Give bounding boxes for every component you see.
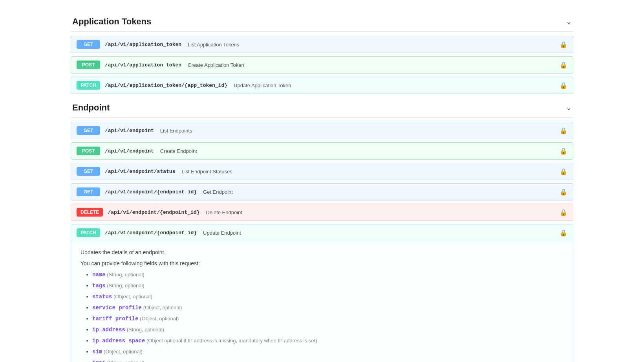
list-item: name (String, optional) <box>92 270 564 279</box>
field-name: tariff profile <box>92 316 139 322</box>
method-badge-patch: PATCH <box>77 81 100 90</box>
field-name: status <box>92 294 112 300</box>
endpoint-row-endpoint-4[interactable]: DELETE/api/v1/endpoint/{endpoint_id}Dele… <box>71 204 573 221</box>
method-badge-post: POST <box>77 147 100 155</box>
section-endpoint: Endpoint⌄GET/api/v1/endpointList Endpoin… <box>71 98 573 362</box>
lock-icon: 🔒 <box>560 147 567 155</box>
endpoint-path: /api/v1/endpoint/status <box>105 169 175 175</box>
method-badge-get: GET <box>77 40 100 49</box>
field-name: ip_address_space <box>92 338 145 344</box>
lock-icon: 🔒 <box>560 61 567 69</box>
section-title-endpoint: Endpoint <box>72 103 110 113</box>
list-item: tags (String, optional) <box>92 281 564 290</box>
field-name: sim <box>92 349 102 355</box>
endpoint-description: List Endpoints <box>160 128 192 134</box>
chevron-down-icon[interactable]: ⌄ <box>566 17 572 26</box>
lock-icon: 🔒 <box>560 82 567 89</box>
method-badge-get: GET <box>77 126 100 135</box>
endpoint-row-left-endpoint-1: POST/api/v1/endpointCreate Endpoint <box>77 147 197 155</box>
endpoint-description: Update Application Token <box>234 83 291 88</box>
endpoint-detail-panel: Updates the details of an endpoint.You c… <box>71 241 573 362</box>
list-item: tariff profile (Object, optional) <box>92 314 564 323</box>
endpoint-description: Delete Endpoint <box>206 209 242 215</box>
lock-icon: 🔒 <box>560 229 567 237</box>
list-item: ip_address (String, optional) <box>92 325 564 334</box>
list-item: service profile (Object, optional) <box>92 303 564 312</box>
field-name: service profile <box>92 305 142 311</box>
endpoint-path: /api/v1/endpoint/{endpoint_id} <box>108 209 199 215</box>
page-container: Application Tokens⌄GET/api/v1/applicatio… <box>63 0 581 362</box>
endpoint-row-endpoint-2[interactable]: GET/api/v1/endpoint/statusList Endpoint … <box>71 163 573 180</box>
field-type: (Object, optional) <box>139 316 179 322</box>
method-badge-get: GET <box>77 187 100 196</box>
method-badge-post: POST <box>77 61 100 69</box>
endpoint-path: /api/v1/application_token <box>105 62 181 68</box>
chevron-down-icon[interactable]: ⌄ <box>566 103 572 112</box>
section-header-application-tokens[interactable]: Application Tokens⌄ <box>71 12 573 32</box>
field-type: (Object, optional) <box>112 294 152 300</box>
endpoint-row-left-endpoint-2: GET/api/v1/endpoint/statusList Endpoint … <box>77 167 232 176</box>
lock-icon: 🔒 <box>560 209 567 216</box>
endpoint-path: /api/v1/endpoint <box>105 128 154 134</box>
endpoint-description: Create Endpoint <box>160 148 197 154</box>
field-name: tags <box>92 283 106 289</box>
endpoint-row-left-endpoint-3: GET/api/v1/endpoint/{endpoint_id}Get End… <box>77 187 233 196</box>
endpoint-row-left-application-tokens-1: POST/api/v1/application_tokenCreate Appl… <box>77 61 244 69</box>
endpoint-row-endpoint-5[interactable]: PATCH/api/v1/endpoint/{endpoint_id}Updat… <box>71 224 573 241</box>
endpoint-row-left-application-tokens-2: PATCH/api/v1/application_token/{app_toke… <box>77 81 291 90</box>
lock-icon: 🔒 <box>560 188 567 196</box>
endpoint-path: /api/v1/endpoint/{endpoint_id} <box>105 230 197 236</box>
endpoint-row-left-endpoint-0: GET/api/v1/endpointList Endpoints <box>77 126 192 135</box>
endpoint-path: /api/v1/endpoint <box>105 148 154 154</box>
field-type: (Object optional if IP address is missin… <box>145 338 317 344</box>
endpoint-description: Update Endpoint <box>203 230 241 236</box>
field-type: (String, optional) <box>106 283 145 288</box>
list-item: status (Object, optional) <box>92 292 564 301</box>
lock-icon: 🔒 <box>560 127 567 134</box>
endpoint-row-endpoint-3[interactable]: GET/api/v1/endpoint/{endpoint_id}Get End… <box>71 183 573 200</box>
endpoint-description: Get Endpoint <box>203 189 233 195</box>
field-type: (String, optional) <box>106 360 145 362</box>
method-badge-get: GET <box>77 167 100 176</box>
endpoint-path: /api/v1/endpoint/{endpoint_id} <box>105 189 197 195</box>
endpoint-description: List Endpoint Statuses <box>181 169 232 175</box>
detail-description: Updates the details of an endpoint. <box>80 249 564 255</box>
endpoint-row-left-application-tokens-0: GET/api/v1/application_tokenList Applica… <box>77 40 239 49</box>
section-title-application-tokens: Application Tokens <box>72 17 151 27</box>
detail-fields-intro: You can provide following fields with th… <box>80 260 564 266</box>
field-type: (Object, optional) <box>102 349 143 355</box>
endpoint-row-application-tokens-1[interactable]: POST/api/v1/application_tokenCreate Appl… <box>71 56 573 74</box>
endpoint-path: /api/v1/application_token/{app_token_id} <box>105 83 227 88</box>
lock-icon: 🔒 <box>560 168 567 175</box>
endpoint-row-application-tokens-0[interactable]: GET/api/v1/application_tokenList Applica… <box>71 36 573 53</box>
method-badge-delete: DELETE <box>77 208 103 217</box>
field-name: name <box>92 272 106 278</box>
field-type: (String, optional) <box>125 327 164 333</box>
endpoint-row-application-tokens-2[interactable]: PATCH/api/v1/application_token/{app_toke… <box>71 77 573 94</box>
field-type: (Object, optional) <box>142 305 182 311</box>
lock-icon: 🔒 <box>560 41 567 48</box>
detail-fields-list: name (String, optional)tags (String, opt… <box>80 270 564 362</box>
section-header-endpoint[interactable]: Endpoint⌄ <box>71 98 573 118</box>
endpoint-row-endpoint-0[interactable]: GET/api/v1/endpointList Endpoints🔒 <box>71 122 573 139</box>
list-item: imei (String, optional) <box>92 358 564 362</box>
field-name: ip_address <box>92 327 125 333</box>
endpoint-row-endpoint-1[interactable]: POST/api/v1/endpointCreate Endpoint🔒 <box>71 142 573 160</box>
list-item: sim (Object, optional) <box>92 347 564 356</box>
section-application-tokens: Application Tokens⌄GET/api/v1/applicatio… <box>71 12 573 94</box>
endpoint-description: Create Application Token <box>188 62 244 68</box>
method-badge-patch: PATCH <box>77 228 100 237</box>
list-item: ip_address_space (Object optional if IP … <box>92 336 564 345</box>
endpoint-description: List Application Tokens <box>188 42 239 48</box>
field-name: imei <box>92 360 106 362</box>
field-type: (String, optional) <box>106 272 145 277</box>
endpoint-path: /api/v1/application_token <box>105 42 181 48</box>
endpoint-row-left-endpoint-4: DELETE/api/v1/endpoint/{endpoint_id}Dele… <box>77 208 242 217</box>
endpoint-row-left-endpoint-5: PATCH/api/v1/endpoint/{endpoint_id}Updat… <box>77 228 241 237</box>
